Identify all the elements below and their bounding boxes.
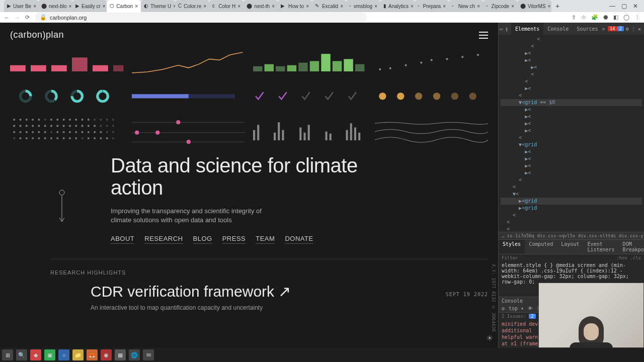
close-icon[interactable]: × <box>477 4 480 9</box>
close-icon[interactable]: × <box>33 4 36 9</box>
profile-icon[interactable]: ◯ <box>623 14 629 21</box>
taskbar-app[interactable]: ⟐ <box>58 349 69 360</box>
nav-about[interactable]: ABOUT <box>111 235 134 244</box>
back-icon[interactable]: ← <box>4 15 10 21</box>
nav-donate[interactable]: DONATE <box>285 235 313 244</box>
dom-tree[interactable]: < < ▶< ▶< ▶< < < ▶< < ▼<grid == $0 ▶< ▶<… <box>499 35 644 232</box>
tab-dom-breakpoints[interactable]: DOM Breakpoints <box>619 240 644 254</box>
minimize-icon[interactable]: — <box>609 3 615 10</box>
svg-point-88 <box>19 137 21 139</box>
nav-press[interactable]: PRESS <box>222 235 246 244</box>
research-title: CDR verification framework ↗ <box>91 283 291 300</box>
close-icon[interactable]: × <box>511 4 514 9</box>
dom-breadcrumbs[interactable]: … ss-1i7o56q div.css-vqvl5x div.css-oltt… <box>499 232 644 239</box>
nav-research[interactable]: RESEARCH <box>144 235 183 244</box>
close-icon[interactable]: × <box>411 4 414 9</box>
close-icon[interactable]: × <box>547 4 550 9</box>
close-devtools-icon[interactable]: ✕ <box>636 26 643 32</box>
tab-sources[interactable]: Sources <box>573 23 602 35</box>
site-logo[interactable]: (carbon)plan <box>10 30 64 40</box>
browser-tab[interactable]: ✎Excalid× <box>312 0 346 12</box>
close-icon[interactable]: × <box>306 4 309 9</box>
menu-button[interactable] <box>479 32 488 39</box>
browser-tab[interactable]: ▮Analytics× <box>380 0 415 12</box>
browser-tab[interactable]: ⬤next-th× <box>244 0 278 12</box>
theme-toggle[interactable]: ☀ <box>486 333 493 343</box>
browser-tab[interactable]: ▶User Be× <box>4 0 38 12</box>
more-tabs-icon[interactable]: » <box>602 26 605 32</box>
console-drawer-tab[interactable]: Console <box>502 298 523 304</box>
search-button[interactable]: 🔍 <box>16 349 27 360</box>
taskbar-app[interactable]: ▣ <box>44 349 55 360</box>
browser-tab[interactable]: ◦Zipcode× <box>483 0 517 12</box>
close-icon[interactable]: × <box>103 4 106 9</box>
browser-tab[interactable]: ⬤next-blo× <box>38 0 72 12</box>
extension-icon[interactable]: ⬣ <box>603 14 608 21</box>
tab-elements[interactable]: Elements <box>511 23 543 35</box>
extension-icon[interactable]: ◧ <box>613 14 618 21</box>
nav-blog[interactable]: BLOG <box>193 235 212 244</box>
url-input[interactable]: 🔒 carbonplan.org <box>35 13 367 22</box>
taskbar-app[interactable]: ✉ <box>143 349 154 360</box>
tab-styles[interactable]: Styles <box>499 240 525 254</box>
taskbar-app[interactable]: 🦊 <box>87 349 98 360</box>
device-icon[interactable]: ⫿ <box>503 26 511 32</box>
close-icon[interactable]: × <box>374 4 377 9</box>
styles-filter[interactable]: Filter <box>502 255 518 260</box>
close-icon[interactable]: × <box>340 4 343 9</box>
error-badge[interactable]: 14 <box>608 26 617 31</box>
close-icon[interactable]: × <box>69 4 72 9</box>
browser-tab[interactable]: ▶Easily cr× <box>72 0 107 12</box>
info-badge[interactable]: 2 <box>617 26 624 31</box>
start-button[interactable]: ⊞ <box>2 349 13 360</box>
hov-cls-toggle[interactable]: :hov .cls <box>616 255 641 260</box>
taskbar-app[interactable]: ◉ <box>101 349 112 360</box>
taskbar-app[interactable]: 📁 <box>72 349 84 360</box>
browser-tab[interactable]: cColor H× <box>209 0 244 12</box>
browser-tab[interactable]: ◐Theme U× <box>141 0 175 12</box>
svg-rect-119 <box>326 131 328 140</box>
taskbar-app[interactable]: 🌐 <box>129 349 140 360</box>
close-window-icon[interactable]: ✕ <box>633 3 638 10</box>
close-icon[interactable]: × <box>135 4 138 9</box>
close-icon[interactable]: × <box>272 4 275 9</box>
svg-rect-9 <box>287 65 296 71</box>
star-icon[interactable]: ☆ <box>581 14 586 21</box>
svg-point-51 <box>106 119 108 121</box>
research-item[interactable]: CDR verification framework ↗ An interact… <box>0 276 498 311</box>
taskbar-app[interactable]: ▦ <box>115 349 126 360</box>
extension-icon[interactable]: 🧩 <box>591 14 598 21</box>
browser-tab[interactable]: ◦Prepara× <box>415 0 449 12</box>
eye-icon[interactable]: 👁 <box>528 306 533 311</box>
close-icon[interactable]: × <box>443 4 446 9</box>
browser-tab[interactable]: ⬤VitorMS× <box>517 0 551 12</box>
maximize-icon[interactable]: ▢ <box>621 3 627 10</box>
tab-layout[interactable]: Layout <box>557 240 583 254</box>
svg-point-67 <box>100 125 102 127</box>
browser-tab-active[interactable]: ⬡Carbon× <box>107 0 141 12</box>
browser-tab[interactable]: ◦New ch× <box>449 0 483 12</box>
taskbar-app[interactable]: ◆ <box>30 349 41 360</box>
browser-tab[interactable]: CColor.re× <box>175 0 209 12</box>
tab-console[interactable]: Console <box>543 23 573 35</box>
menu-icon[interactable]: ⋮ <box>634 14 640 21</box>
close-icon[interactable]: × <box>203 4 206 9</box>
tab-computed[interactable]: Computed <box>525 240 557 254</box>
browser-tab[interactable]: ◦vmsblog× <box>346 0 380 12</box>
browser-tab[interactable]: ▶How to× <box>278 0 312 12</box>
tab-event-listeners[interactable]: Event Listeners <box>583 240 618 254</box>
share-icon[interactable]: ⇪ <box>572 14 576 21</box>
new-tab-button[interactable]: + <box>551 0 564 12</box>
svg-point-73 <box>32 131 34 133</box>
svg-point-30 <box>379 93 386 100</box>
settings-icon[interactable]: ⚙ <box>624 26 631 32</box>
close-icon[interactable]: × <box>237 4 240 9</box>
forward-icon[interactable]: → <box>15 15 20 21</box>
svg-rect-13 <box>333 61 342 72</box>
clear-console-icon[interactable]: ⊘ <box>502 306 505 311</box>
svg-point-33 <box>433 93 440 100</box>
menu-icon[interactable]: ⋮ <box>631 26 636 32</box>
reload-icon[interactable]: ⟳ <box>25 14 30 21</box>
console-context[interactable]: top ▾ <box>509 306 524 311</box>
nav-team[interactable]: TEAM <box>256 235 275 244</box>
